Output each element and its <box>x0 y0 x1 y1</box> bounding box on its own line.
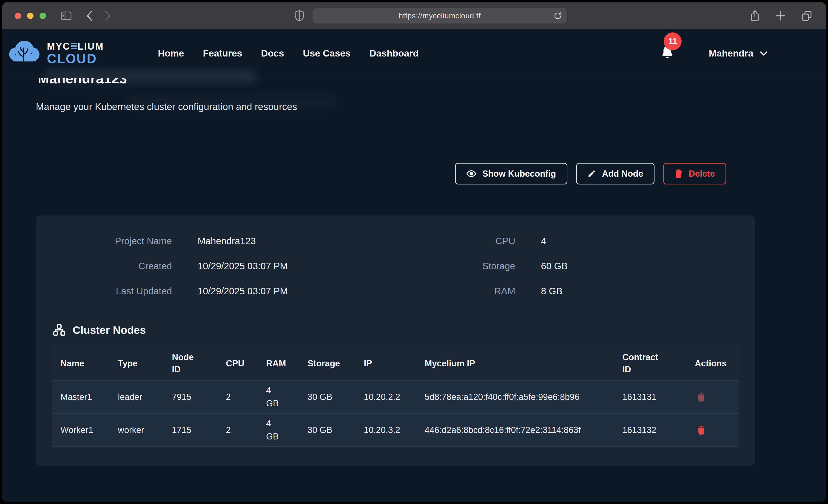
nav-link-docs[interactable]: Docs <box>261 48 284 59</box>
detail-label: Project Name <box>68 236 172 247</box>
cell-node-id: 7915 <box>164 390 218 404</box>
cell-ip: 10.20.2.2 <box>356 390 417 404</box>
url-text: https://myceliumcloud.tf <box>399 11 481 20</box>
column-header-contract-id: Contract ID <box>614 351 687 376</box>
column-header-storage: Storage <box>299 358 356 370</box>
cell-node-id: 1715 <box>164 424 218 437</box>
toolbar-right-buttons <box>749 9 813 22</box>
user-name: Mahendra <box>709 48 753 59</box>
back-button[interactable] <box>85 10 93 22</box>
cell-name: Master1 <box>52 390 110 404</box>
delete-node-button[interactable] <box>687 392 705 402</box>
details-right: CPU4Storage60 GBRAM8 GB <box>446 236 568 297</box>
zoom-icon[interactable] <box>40 13 46 19</box>
detail-value: 8 GB <box>541 286 568 297</box>
column-header-mycelium-ip: Mycelium IP <box>417 358 614 370</box>
address-bar[interactable]: https://myceliumcloud.tf <box>313 8 567 24</box>
cell-storage: 30 GB <box>299 390 356 404</box>
cluster-panel: Project NameMahendra123Created10/29/2025… <box>36 215 755 466</box>
cell-cpu: 2 <box>218 424 258 437</box>
delete-button[interactable]: Delete <box>663 163 726 184</box>
cell-mycelium-ip: 446:d2a6:8bcd:8c16:ff0f:72e2:3114:863f <box>417 424 614 437</box>
close-icon[interactable] <box>15 13 21 19</box>
detail-value: 60 GB <box>541 261 568 271</box>
tab-overview-icon <box>800 10 813 22</box>
column-header-ram: RAM <box>258 358 299 370</box>
column-header-cpu: CPU <box>218 358 258 370</box>
nav-links: HomeFeaturesDocsUse CasesDashboard <box>158 48 419 59</box>
eye-icon <box>466 170 477 177</box>
cell-ram: 4 GB <box>258 417 299 443</box>
reload-icon <box>553 11 562 20</box>
browser-toolbar: https://myceliumcloud.tf <box>2 2 826 30</box>
navbar-right: 11 Mahendra <box>660 45 768 62</box>
sidebar-toggle-button[interactable] <box>60 10 72 21</box>
column-header-node-id: Node ID <box>164 351 218 376</box>
button-label: Delete <box>689 169 715 179</box>
shield-icon <box>294 10 305 22</box>
detail-label: RAM <box>446 286 515 297</box>
detail-label: Created <box>68 261 172 271</box>
cell-storage: 30 GB <box>299 424 356 437</box>
new-tab-button[interactable] <box>775 10 786 22</box>
webpage: MYCLIUM CLOUD HomeFeaturesDocsUse CasesD… <box>2 30 826 502</box>
cluster-nodes-header: Cluster Nodes <box>52 323 755 337</box>
cloud-tree-icon <box>7 38 42 69</box>
column-header-type: Type <box>110 358 164 370</box>
forward-icon <box>104 10 112 22</box>
sidebar-toggle-icon <box>60 10 72 21</box>
notifications-button[interactable]: 11 <box>660 45 675 62</box>
detail-value: 4 <box>541 236 568 247</box>
site-navbar: MYCLIUM CLOUD HomeFeaturesDocsUse CasesD… <box>2 30 826 78</box>
traffic-lights <box>15 13 46 19</box>
cell-name: Worker1 <box>52 424 110 437</box>
user-menu[interactable]: Mahendra <box>709 48 768 59</box>
nodes-table-header: NameTypeNode IDCPURAMStorageIPMycelium I… <box>52 347 739 380</box>
cell-contract-id: 1613131 <box>614 390 687 404</box>
column-header-actions: Actions <box>687 358 739 370</box>
nav-link-dashboard[interactable]: Dashboard <box>370 48 419 59</box>
nav-link-home[interactable]: Home <box>158 48 184 59</box>
notification-badge: 11 <box>664 32 681 50</box>
brand-logo[interactable]: MYCLIUM CLOUD <box>7 38 104 69</box>
privacy-shield-button[interactable] <box>294 10 305 22</box>
detail-label: Last Updated <box>68 286 172 297</box>
trash-icon <box>674 169 683 178</box>
brand-name-top: MYCLIUM <box>47 42 104 51</box>
network-nodes-icon <box>52 323 66 337</box>
share-icon <box>749 9 760 22</box>
cell-cpu: 2 <box>218 390 258 404</box>
cell-ip: 10.20.3.2 <box>356 424 417 437</box>
detail-label: Storage <box>446 261 515 271</box>
share-button[interactable] <box>749 9 760 22</box>
pencil-icon <box>587 169 596 178</box>
cell-ram: 4 GB <box>258 384 299 410</box>
brand-text: MYCLIUM CLOUD <box>47 42 104 65</box>
delete-node-button[interactable] <box>687 425 705 435</box>
button-label: Show Kubeconfig <box>482 169 556 179</box>
cell-actions <box>687 392 739 402</box>
detail-value: 10/29/2025 03:07 PM <box>198 286 288 297</box>
show-kubeconfig-button[interactable]: Show Kubeconfig <box>455 163 567 184</box>
details-left: Project NameMahendra123Created10/29/2025… <box>68 236 288 297</box>
nav-link-features[interactable]: Features <box>203 48 242 59</box>
tab-overview-button[interactable] <box>800 10 813 22</box>
node-row-master1: Master1leader791524 GB30 GB10.20.2.25d8:… <box>52 380 739 413</box>
chevron-down-icon <box>760 51 768 56</box>
page-content: Mahendra123 Manage your Kubernetes clust… <box>2 78 826 502</box>
trash-icon <box>697 425 705 435</box>
detail-label: CPU <box>446 236 515 247</box>
column-header-name: Name <box>52 358 110 370</box>
node-row-worker1: Worker1worker171524 GB30 GB10.20.3.2446:… <box>52 413 739 446</box>
forward-button[interactable] <box>104 10 112 22</box>
add-node-button[interactable]: Add Node <box>576 163 655 184</box>
nav-link-use-cases[interactable]: Use Cases <box>303 48 350 59</box>
reload-button[interactable] <box>553 11 562 20</box>
cell-type: worker <box>110 424 164 437</box>
minimize-icon[interactable] <box>27 13 34 19</box>
cell-mycelium-ip: 5d8:78ea:a120:f40c:ff0f:a5fe:99e6:8b96 <box>417 390 614 404</box>
cell-contract-id: 1613132 <box>614 424 687 437</box>
detail-value: Mahendra123 <box>198 236 288 247</box>
screenshot-stage: https://myceliumcloud.tf <box>0 0 828 504</box>
cell-type: leader <box>110 390 164 404</box>
